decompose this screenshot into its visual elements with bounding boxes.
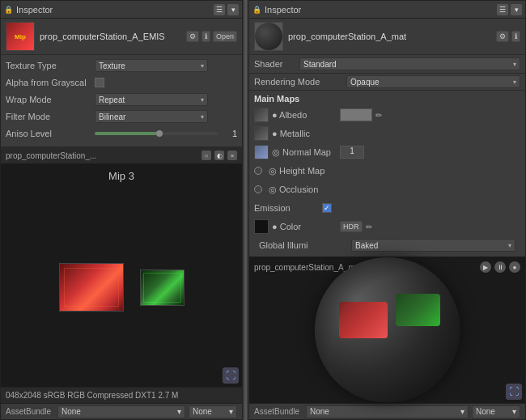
wrap-mode-label: Wrap Mode — [6, 95, 95, 104]
color-thumb[interactable] — [254, 219, 269, 234]
aniso-slider[interactable] — [95, 132, 218, 135]
wrap-mode-value: Repeat — [99, 95, 125, 104]
left-inspector-panel: 🔒 Inspector ☰ ▾ Mip prop_computerStation… — [0, 0, 243, 420]
left-info-btn[interactable]: ℹ — [201, 31, 210, 42]
right-menu-icon[interactable]: ☰ — [497, 4, 508, 15]
shader-row: Shader Standard ▾ — [249, 55, 525, 74]
wrap-mode-dropdown[interactable]: Repeat ▾ — [95, 93, 208, 106]
left-collapse-icon[interactable]: ▾ — [227, 4, 239, 15]
left-asset-thumbnail: Mip — [6, 22, 35, 51]
right-play-btn[interactable]: ▶ — [480, 261, 491, 273]
right-asset-thumbnail — [254, 22, 283, 51]
global-illum-label: Global Illumi — [259, 240, 348, 250]
emission-row: Emission ✓ — [254, 200, 520, 216]
aniso-value: 1 — [221, 129, 237, 138]
shader-value: Standard — [303, 60, 337, 69]
right-pause-btn[interactable]: ⏸ — [494, 261, 506, 273]
right-inspector-label: Inspector — [265, 5, 301, 15]
right-ab-variant-arrow: ▾ — [512, 407, 516, 416]
right-asset-header: prop_computerStation_A_mat ⚙ ℹ — [249, 19, 525, 55]
albedo-thumb[interactable] — [254, 108, 269, 122]
texture-type-value: Texture — [99, 62, 125, 70]
color-row: ● Color HDR ✏ — [254, 218, 520, 235]
metallic-row: ● Metallic — [254, 125, 520, 142]
right-corner-icon[interactable]: ⛶ — [506, 384, 522, 400]
emission-checkbox[interactable]: ✓ — [322, 203, 332, 213]
hdr-badge[interactable]: HDR — [340, 221, 363, 232]
normal-map-row: ◎ Normal Map 1 — [254, 144, 520, 160]
right-ab-variant-dropdown[interactable]: None ▾ — [472, 405, 520, 418]
left-corner-icon[interactable]: ⛶ — [223, 367, 239, 384]
right-inspector-panel: 🔒 Inspector ☰ ▾ prop_computerStation_A_m… — [248, 0, 526, 420]
right-inspector-header: 🔒 Inspector ☰ ▾ — [249, 1, 525, 19]
albedo-label: ● Albedo — [272, 110, 337, 120]
right-header-icons: ☰ ▾ — [497, 4, 522, 15]
right-settings-preview-btn[interactable]: ● — [509, 261, 520, 273]
left-ab-dropdown[interactable]: None ▾ — [57, 405, 185, 418]
normal-map-value: 1 — [350, 146, 354, 155]
left-ab-arrow: ▾ — [177, 407, 181, 416]
albedo-row: ● Albedo ✏ — [254, 107, 520, 123]
shader-dropdown[interactable]: Standard ▾ — [299, 57, 520, 70]
texture-type-label: Texture Type — [6, 61, 95, 70]
shader-arrow: ▾ — [513, 61, 516, 68]
main-maps-title: Main Maps — [249, 91, 525, 105]
left-inspector-title: 🔒 Inspector — [4, 5, 53, 15]
alpha-control — [95, 78, 237, 87]
right-settings-btn[interactable]: ⚙ — [496, 31, 509, 42]
material-sphere-preview[interactable] — [315, 257, 460, 403]
rendering-mode-row: Rendering Mode Opaque ▾ — [249, 74, 525, 91]
rendering-mode-label: Rendering Mode — [254, 77, 343, 87]
right-info-btn[interactable]: ℹ — [511, 31, 520, 42]
normal-map-thumb[interactable] — [254, 145, 269, 159]
global-illum-arrow: ▾ — [508, 242, 511, 249]
left-menu-icon[interactable]: ☰ — [214, 4, 225, 15]
height-map-radio[interactable] — [254, 167, 262, 175]
left-open-btn[interactable]: Open — [213, 31, 237, 42]
occlusion-label: ◎ Occlusion — [265, 185, 330, 195]
color-edit-icon[interactable]: ✏ — [366, 223, 372, 231]
right-lock-icon: 🔒 — [252, 6, 261, 14]
right-inspector-title: 🔒 Inspector — [252, 5, 301, 15]
metallic-label: ● Metallic — [272, 129, 337, 138]
preview-icon1[interactable]: ○ — [201, 151, 211, 160]
texture-type-control: Texture ▾ — [95, 59, 237, 72]
rendering-mode-arrow: ▾ — [513, 78, 516, 86]
texture-type-row: Texture Type Texture ▾ — [6, 58, 237, 73]
alpha-checkbox[interactable] — [95, 78, 104, 87]
right-ab-dropdown[interactable]: None ▾ — [306, 405, 469, 418]
right-collapse-icon[interactable]: ▾ — [511, 4, 522, 15]
metallic-thumb[interactable] — [254, 126, 269, 141]
filter-mode-dropdown[interactable]: Bilinear ▾ — [95, 110, 208, 123]
left-inspector-header: 🔒 Inspector ☰ ▾ — [1, 1, 242, 19]
right-preview-area: prop_computerStation_A_ma ▶ ⏸ ● ⛶ — [249, 257, 525, 403]
left-settings-btn[interactable]: ⚙ — [186, 31, 199, 42]
right-asset-header-icons: ⚙ ℹ — [496, 31, 520, 42]
global-illum-dropdown[interactable]: Baked ▾ — [351, 239, 515, 252]
rendering-mode-dropdown[interactable]: Opaque ▾ — [346, 75, 520, 88]
global-illum-value: Baked — [355, 241, 378, 250]
normal-map-input[interactable]: 1 — [340, 146, 364, 159]
wrap-mode-row: Wrap Mode Repeat ▾ — [6, 92, 237, 107]
filter-mode-row: Filter Mode Bilinear ▾ — [6, 109, 237, 124]
left-ab-variant-dropdown[interactable]: None ▾ — [189, 405, 237, 418]
right-ab-value: None — [310, 407, 329, 416]
preview-icon3[interactable]: × — [227, 151, 237, 160]
aniso-control: 1 — [95, 129, 237, 138]
right-ab-label: AssetBundle — [254, 407, 303, 416]
left-status-bar: 048x2048 sRGB RGB Compressed DXT1 2.7 M — [1, 387, 242, 403]
color-label: ● Color — [272, 222, 337, 231]
albedo-edit-icon[interactable]: ✏ — [375, 111, 382, 120]
right-asset-bundle-row: AssetBundle None ▾ None ▾ — [249, 403, 525, 419]
tex-thumb-small[interactable] — [140, 269, 185, 306]
left-asset-header: Mip prop_computerStation_A_EMIS ⚙ ℹ Open — [1, 19, 242, 55]
preview-icon2[interactable]: ◐ — [214, 151, 224, 160]
wrap-mode-control: Repeat ▾ — [95, 93, 237, 106]
texture-type-dropdown[interactable]: Texture ▾ — [95, 59, 208, 72]
alpha-row: Alpha from Grayscal — [6, 75, 237, 90]
tex-thumb-large[interactable] — [59, 263, 124, 312]
aniso-row: Aniso Level 1 — [6, 126, 237, 141]
left-status-text: 048x2048 sRGB RGB Compressed DXT1 2.7 M — [6, 391, 178, 400]
occlusion-radio[interactable] — [254, 185, 262, 193]
albedo-color[interactable] — [340, 108, 372, 121]
